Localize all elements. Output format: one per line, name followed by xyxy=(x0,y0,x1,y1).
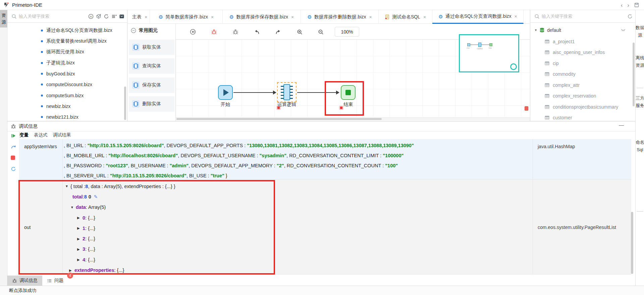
table-row-complex-reservation[interactable]: complex_reservation xyxy=(530,91,635,101)
breakpoint-icon[interactable] xyxy=(276,106,281,110)
debug-tab-variables[interactable]: 变量 xyxy=(19,132,29,138)
datasource-search-input[interactable] xyxy=(542,14,627,19)
sidebar-item-bizx-7[interactable]: newbiz.bizx xyxy=(7,101,127,112)
breakpoint-icon[interactable] xyxy=(339,106,343,110)
tree-row-data[interactable]: ▼data : Array(5) xyxy=(65,202,175,213)
caret-right-icon[interactable]: ▶ xyxy=(77,226,83,230)
refresh-icon[interactable] xyxy=(104,14,109,19)
eye-closed-icon[interactable] xyxy=(621,27,626,33)
zoom-in-button[interactable] xyxy=(296,28,304,36)
sidebar-item-bizx-2[interactable]: 循环图元使用.bizx xyxy=(7,47,127,57)
undo-button[interactable] xyxy=(253,28,261,36)
caret-right-icon[interactable]: ▶ xyxy=(77,258,83,261)
close-icon[interactable]: × xyxy=(423,14,426,20)
debug-config-button[interactable] xyxy=(231,28,239,36)
dock-tab-offline-resources[interactable]: 离线资源 xyxy=(636,54,644,69)
minimap-resize-handle[interactable] xyxy=(510,63,517,70)
node-start[interactable] xyxy=(218,85,233,100)
dock-tab-third-party-services[interactable]: 三方服务 xyxy=(636,95,644,109)
tree-row-item-2[interactable]: ▶2 : {...} xyxy=(65,233,175,244)
node-logic[interactable] xyxy=(277,82,297,102)
dock-tab-named-sql[interactable]: 命名Sql xyxy=(636,139,644,154)
package-icon[interactable] xyxy=(119,14,124,19)
zoom-level-select[interactable]: 100% xyxy=(335,27,359,37)
save-icon[interactable] xyxy=(634,2,639,8)
caret-down-icon[interactable]: ▼ xyxy=(70,205,76,209)
debug-scrollbar[interactable] xyxy=(631,212,633,274)
debug-tab-expressions[interactable]: 表达式 xyxy=(34,132,48,138)
bottom-tab-problems[interactable]: 问题 xyxy=(42,276,68,286)
tab-db-delete-data[interactable]: ⚙ 数据库操作删除数据.bizx× xyxy=(301,10,379,24)
new-resource-cube-icon[interactable] xyxy=(96,14,101,19)
tree-row-total[interactable]: total : 80✎ xyxy=(65,191,175,202)
tab-db-save-data[interactable]: ⚙ 数据库操作保存数据.bizx× xyxy=(223,10,301,24)
close-icon[interactable]: × xyxy=(145,14,147,20)
palette-item-query-entity[interactable]: 查询实体 xyxy=(129,58,174,74)
tree-node-default-datasource[interactable]: ▼ default xyxy=(530,25,635,36)
close-icon[interactable]: × xyxy=(515,14,517,19)
sidebar-item-bizx-1[interactable]: 系统变量替换resturl调用.bizx xyxy=(7,36,127,47)
scrollbar-thumb[interactable] xyxy=(176,118,382,120)
redo-button[interactable] xyxy=(274,28,282,36)
dock-tab-datasource[interactable]: 数据源 xyxy=(636,24,644,39)
sidebar-scrollbar[interactable] xyxy=(124,86,126,120)
debug-tab-results[interactable]: 调试结果 xyxy=(53,132,71,138)
stop-button[interactable] xyxy=(11,156,17,162)
datasource-scrollbar[interactable] xyxy=(633,43,635,106)
sidebar-item-bizx-3[interactable]: 子逻辑流.bizx xyxy=(7,58,127,68)
refresh-icon[interactable] xyxy=(627,14,633,19)
table-row-conditionsprojectbasicsummary[interactable]: conditionsprojectbasicsummary xyxy=(530,102,635,112)
palette-header[interactable]: 常用图元 xyxy=(127,24,175,37)
caret-down-icon[interactable]: ▼ xyxy=(65,184,70,188)
canvas-error-marker-icon[interactable] xyxy=(525,106,528,111)
caret-right-icon[interactable]: ▶ xyxy=(77,237,83,241)
caret-right-icon[interactable]: ▶ xyxy=(69,269,74,272)
table-row-a-project1[interactable]: a_project1 xyxy=(530,36,635,47)
tree-row-extendProperties[interactable]: ▶extendProperties : {...} xyxy=(65,265,175,275)
canvas-horizontal-scrollbar[interactable] xyxy=(176,117,530,120)
caret-down-icon[interactable]: ▼ xyxy=(534,28,537,32)
tab-test-named-sql[interactable]: 测试命名SQL× xyxy=(379,10,432,24)
close-icon[interactable]: × xyxy=(211,14,214,20)
table-row-complex-attr[interactable]: complex_attr xyxy=(530,80,635,91)
nav-forward-icon[interactable]: › xyxy=(627,2,629,8)
variable-row-out[interactable]: out ▼{ total : 8, data : Array(5), exten… xyxy=(19,180,631,275)
tree-row-item-1[interactable]: ▶1 : {...} xyxy=(65,223,175,233)
edit-value-icon[interactable]: ✎ xyxy=(94,194,98,199)
rerun-button[interactable] xyxy=(11,166,17,172)
node-end[interactable] xyxy=(341,85,356,100)
variable-row-appSystemVars[interactable]: appSystemVars , BI_URL : "http://10.15.1… xyxy=(19,139,631,180)
palette-item-save-entity[interactable]: 保存实体 xyxy=(129,77,174,93)
caret-right-icon[interactable]: ▶ xyxy=(77,216,83,220)
tab-main-table[interactable]: 主表× xyxy=(127,10,150,24)
collapse-panel-icon[interactable]: — xyxy=(619,122,624,128)
tree-row-item-3[interactable]: ▶3 : {...} xyxy=(65,244,175,254)
close-icon[interactable]: × xyxy=(291,14,294,20)
sidebar-item-bizx-0[interactable]: 通过命名SQL分页查询数据.bizx xyxy=(7,25,127,36)
palette-item-get-entity[interactable]: 获取实体 xyxy=(129,40,174,55)
table-row-aisc-opening-user-infos[interactable]: aisc_opening_user_infos xyxy=(530,47,635,58)
tab-simple-db-op[interactable]: ⚙ 简单数据库操作.bizx× xyxy=(150,10,223,24)
tree-row-item-0[interactable]: ▶0 : {...} xyxy=(65,213,175,223)
sidebar-item-bizx-5[interactable]: computeDiscount.bizx xyxy=(7,79,127,90)
zoom-out-button[interactable] xyxy=(317,28,325,36)
caret-right-icon[interactable]: ▶ xyxy=(77,247,83,251)
sidebar-search-input[interactable] xyxy=(19,14,88,19)
sidebar-tab-resources[interactable]: 资源 xyxy=(0,10,7,27)
table-row-cip[interactable]: cip xyxy=(530,58,635,69)
table-row-commodity[interactable]: commodity xyxy=(530,69,635,79)
step-over-button[interactable] xyxy=(11,144,17,150)
palette-item-delete-entity[interactable]: 删除实体 xyxy=(129,96,174,112)
run-button[interactable] xyxy=(189,28,197,36)
tab-paged-query-named-sql[interactable]: ⚙ 通过命名SQL分页查询数据.bizx× xyxy=(432,10,524,24)
sidebar-item-bizx-4[interactable]: buyGood.bizx xyxy=(7,68,127,79)
bottom-tab-debug-info[interactable]: 调试信息 xyxy=(7,276,42,286)
debug-button[interactable] xyxy=(210,28,218,36)
tree-row-summary[interactable]: ▼{ total : 8, data : Array(5), extendPro… xyxy=(65,181,175,191)
minimap[interactable]: 开始 运算逻辑 结束 xyxy=(459,34,519,72)
nav-back-icon[interactable]: ‹ xyxy=(621,2,623,8)
ai-icon[interactable] xyxy=(88,14,94,19)
tree-row-item-4[interactable]: ▶4 : {...} xyxy=(65,254,175,265)
sort-icon[interactable] xyxy=(111,14,117,19)
flow-canvas[interactable]: 100% 开始 运算逻辑 结束 开始 运算逻辑 结束 xyxy=(176,24,530,121)
